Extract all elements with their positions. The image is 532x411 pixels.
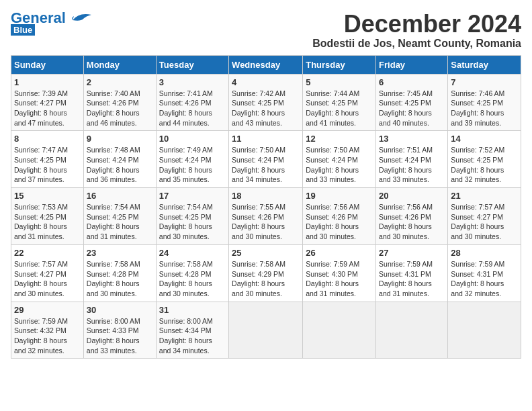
- day-detail: Sunrise: 7:50 AM Sunset: 4:24 PM Dayligh…: [306, 145, 373, 185]
- calendar-table: SundayMondayTuesdayWednesdayThursdayFrid…: [11, 55, 521, 359]
- day-number: 6: [379, 77, 445, 87]
- col-header-tuesday: Tuesday: [156, 55, 228, 74]
- day-number: 27: [379, 248, 445, 258]
- day-number: 18: [232, 191, 300, 201]
- day-detail: Sunrise: 8:00 AM Sunset: 4:33 PM Dayligh…: [87, 316, 153, 356]
- day-detail: Sunrise: 7:53 AM Sunset: 4:25 PM Dayligh…: [14, 202, 81, 242]
- day-cell: 22Sunrise: 7:57 AM Sunset: 4:27 PM Dayli…: [11, 244, 84, 302]
- logo-blue-text: Blue: [11, 24, 35, 36]
- page-header: General Blue December 2024 Bodestii de J…: [11, 11, 521, 50]
- day-detail: Sunrise: 8:00 AM Sunset: 4:34 PM Dayligh…: [159, 316, 226, 356]
- title-block: December 2024 Bodestii de Jos, Neamt Cou…: [312, 11, 521, 50]
- day-cell: 4Sunrise: 7:42 AM Sunset: 4:25 PM Daylig…: [229, 74, 303, 131]
- day-cell: 24Sunrise: 7:58 AM Sunset: 4:28 PM Dayli…: [156, 244, 228, 302]
- day-cell: 20Sunrise: 7:56 AM Sunset: 4:26 PM Dayli…: [376, 188, 448, 245]
- col-header-wednesday: Wednesday: [229, 55, 303, 74]
- day-number: 25: [232, 248, 300, 258]
- day-number: 3: [159, 77, 226, 87]
- day-detail: Sunrise: 7:56 AM Sunset: 4:26 PM Dayligh…: [306, 202, 373, 242]
- day-cell: 5Sunrise: 7:44 AM Sunset: 4:25 PM Daylig…: [303, 74, 376, 131]
- day-cell: [448, 302, 521, 359]
- day-detail: Sunrise: 7:59 AM Sunset: 4:32 PM Dayligh…: [14, 316, 81, 356]
- day-detail: Sunrise: 7:46 AM Sunset: 4:25 PM Dayligh…: [451, 89, 518, 128]
- day-cell: 8Sunrise: 7:47 AM Sunset: 4:25 PM Daylig…: [11, 131, 84, 188]
- day-detail: Sunrise: 7:39 AM Sunset: 4:27 PM Dayligh…: [14, 89, 81, 128]
- day-cell: 9Sunrise: 7:48 AM Sunset: 4:24 PM Daylig…: [83, 131, 156, 188]
- day-cell: 25Sunrise: 7:58 AM Sunset: 4:29 PM Dayli…: [229, 244, 303, 302]
- day-cell: 15Sunrise: 7:53 AM Sunset: 4:25 PM Dayli…: [11, 188, 84, 245]
- day-cell: 13Sunrise: 7:51 AM Sunset: 4:24 PM Dayli…: [376, 131, 448, 188]
- day-number: 12: [306, 134, 373, 144]
- day-detail: Sunrise: 7:50 AM Sunset: 4:24 PM Dayligh…: [232, 145, 300, 185]
- logo-bird-icon: [67, 11, 91, 26]
- day-number: 20: [379, 191, 445, 201]
- day-cell: 3Sunrise: 7:41 AM Sunset: 4:26 PM Daylig…: [156, 74, 228, 131]
- day-number: 2: [87, 77, 153, 87]
- day-detail: Sunrise: 7:58 AM Sunset: 4:29 PM Dayligh…: [232, 259, 300, 299]
- week-row-0: 1Sunrise: 7:39 AM Sunset: 4:27 PM Daylig…: [11, 74, 521, 131]
- day-cell: 23Sunrise: 7:58 AM Sunset: 4:28 PM Dayli…: [83, 244, 156, 302]
- week-row-4: 29Sunrise: 7:59 AM Sunset: 4:32 PM Dayli…: [11, 302, 521, 359]
- day-detail: Sunrise: 7:59 AM Sunset: 4:30 PM Dayligh…: [306, 259, 373, 299]
- day-number: 17: [159, 191, 226, 201]
- col-header-sunday: Sunday: [11, 55, 84, 74]
- day-cell: 19Sunrise: 7:56 AM Sunset: 4:26 PM Dayli…: [303, 188, 376, 245]
- day-number: 24: [159, 248, 226, 258]
- day-detail: Sunrise: 7:54 AM Sunset: 4:25 PM Dayligh…: [87, 202, 153, 242]
- day-cell: 12Sunrise: 7:50 AM Sunset: 4:24 PM Dayli…: [303, 131, 376, 188]
- day-detail: Sunrise: 7:55 AM Sunset: 4:26 PM Dayligh…: [232, 202, 300, 242]
- day-number: 1: [14, 77, 81, 87]
- day-detail: Sunrise: 7:42 AM Sunset: 4:25 PM Dayligh…: [232, 89, 300, 128]
- week-row-2: 15Sunrise: 7:53 AM Sunset: 4:25 PM Dayli…: [11, 188, 521, 245]
- col-header-monday: Monday: [83, 55, 156, 74]
- day-number: 16: [87, 191, 153, 201]
- day-detail: Sunrise: 7:44 AM Sunset: 4:25 PM Dayligh…: [306, 89, 373, 128]
- day-number: 10: [159, 134, 226, 144]
- day-cell: 1Sunrise: 7:39 AM Sunset: 4:27 PM Daylig…: [11, 74, 84, 131]
- day-number: 5: [306, 77, 373, 87]
- day-detail: Sunrise: 7:49 AM Sunset: 4:24 PM Dayligh…: [159, 145, 226, 185]
- day-detail: Sunrise: 7:40 AM Sunset: 4:26 PM Dayligh…: [87, 89, 153, 128]
- day-number: 28: [451, 248, 518, 258]
- day-number: 31: [159, 305, 226, 315]
- week-row-3: 22Sunrise: 7:57 AM Sunset: 4:27 PM Dayli…: [11, 244, 521, 302]
- day-cell: 29Sunrise: 7:59 AM Sunset: 4:32 PM Dayli…: [11, 302, 84, 359]
- week-row-1: 8Sunrise: 7:47 AM Sunset: 4:25 PM Daylig…: [11, 131, 521, 188]
- day-cell: 30Sunrise: 8:00 AM Sunset: 4:33 PM Dayli…: [83, 302, 156, 359]
- day-cell: 26Sunrise: 7:59 AM Sunset: 4:30 PM Dayli…: [303, 244, 376, 302]
- day-cell: 17Sunrise: 7:54 AM Sunset: 4:25 PM Dayli…: [156, 188, 228, 245]
- day-number: 13: [379, 134, 445, 144]
- day-cell: 6Sunrise: 7:45 AM Sunset: 4:25 PM Daylig…: [376, 74, 448, 131]
- day-cell: [376, 302, 448, 359]
- day-number: 19: [306, 191, 373, 201]
- day-cell: [303, 302, 376, 359]
- day-number: 26: [306, 248, 373, 258]
- day-detail: Sunrise: 7:51 AM Sunset: 4:24 PM Dayligh…: [379, 145, 445, 185]
- day-cell: 28Sunrise: 7:59 AM Sunset: 4:31 PM Dayli…: [448, 244, 521, 302]
- day-number: 11: [232, 134, 300, 144]
- day-detail: Sunrise: 7:56 AM Sunset: 4:26 PM Dayligh…: [379, 202, 445, 242]
- month-title: December 2024: [312, 11, 521, 38]
- day-detail: Sunrise: 7:57 AM Sunset: 4:27 PM Dayligh…: [14, 259, 81, 299]
- logo: General Blue: [11, 11, 91, 36]
- day-detail: Sunrise: 7:59 AM Sunset: 4:31 PM Dayligh…: [451, 259, 518, 299]
- day-number: 21: [451, 191, 518, 201]
- day-cell: 7Sunrise: 7:46 AM Sunset: 4:25 PM Daylig…: [448, 74, 521, 131]
- day-cell: 27Sunrise: 7:59 AM Sunset: 4:31 PM Dayli…: [376, 244, 448, 302]
- day-detail: Sunrise: 7:58 AM Sunset: 4:28 PM Dayligh…: [159, 259, 226, 299]
- day-cell: 14Sunrise: 7:52 AM Sunset: 4:25 PM Dayli…: [448, 131, 521, 188]
- day-number: 23: [87, 248, 153, 258]
- day-detail: Sunrise: 7:45 AM Sunset: 4:25 PM Dayligh…: [379, 89, 445, 128]
- day-cell: 2Sunrise: 7:40 AM Sunset: 4:26 PM Daylig…: [83, 74, 156, 131]
- day-cell: 16Sunrise: 7:54 AM Sunset: 4:25 PM Dayli…: [83, 188, 156, 245]
- day-number: 14: [451, 134, 518, 144]
- day-number: 4: [232, 77, 300, 87]
- logo-text: General: [11, 11, 66, 26]
- day-detail: Sunrise: 7:59 AM Sunset: 4:31 PM Dayligh…: [379, 259, 445, 299]
- day-number: 7: [451, 77, 518, 87]
- day-detail: Sunrise: 7:57 AM Sunset: 4:27 PM Dayligh…: [451, 202, 518, 242]
- day-cell: 31Sunrise: 8:00 AM Sunset: 4:34 PM Dayli…: [156, 302, 228, 359]
- day-number: 30: [87, 305, 153, 315]
- day-detail: Sunrise: 7:52 AM Sunset: 4:25 PM Dayligh…: [451, 145, 518, 185]
- col-header-thursday: Thursday: [303, 55, 376, 74]
